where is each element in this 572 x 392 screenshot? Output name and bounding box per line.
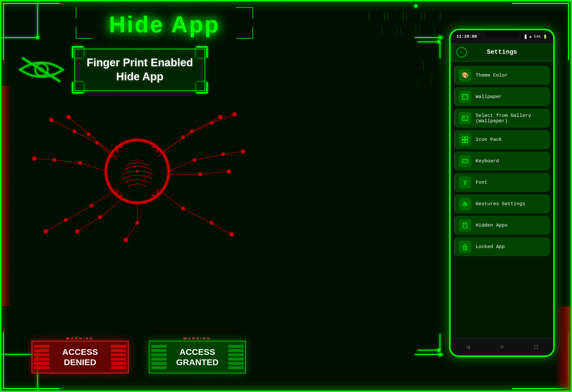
svg-rect-89 xyxy=(466,160,467,161)
svg-line-32 xyxy=(212,114,235,123)
circuit-line-rb2 xyxy=(440,333,440,351)
corner-decoration-tr xyxy=(512,3,569,60)
svg-rect-82 xyxy=(462,137,465,139)
phone-mockup: 11:20:06 ▊ ▲ 54% 🔋 ‹ Settings 🎨 Theme Co… xyxy=(449,29,555,357)
svg-line-62 xyxy=(100,199,123,217)
red-right-accent xyxy=(555,306,572,392)
svg-line-47 xyxy=(200,171,229,174)
svg-rect-90 xyxy=(463,161,467,162)
settings-item-icon-pack[interactable]: Icon Pack xyxy=(454,130,550,149)
circuit-dot-rb1 xyxy=(437,349,440,352)
gallery-icon xyxy=(459,112,471,125)
nav-home-button[interactable]: ○ xyxy=(496,341,508,353)
svg-point-45 xyxy=(241,149,245,153)
svg-point-48 xyxy=(198,173,202,176)
icon-pack-icon xyxy=(459,133,471,146)
settings-list: 🎨 Theme Color Wallpaper xyxy=(451,62,553,260)
settings-label-hidden-apps: Hidden Apps xyxy=(476,223,508,228)
svg-point-64 xyxy=(98,215,102,219)
svg-point-74 xyxy=(136,221,139,225)
status-time: 11:20:06 xyxy=(456,34,477,39)
svg-line-42 xyxy=(223,151,243,154)
svg-point-81 xyxy=(463,117,465,118)
svg-rect-85 xyxy=(465,140,468,143)
settings-label-keyboard: Keyboard xyxy=(476,158,499,164)
warning-label-denied: WARNING xyxy=(66,336,94,341)
back-button[interactable]: ‹ xyxy=(456,47,467,57)
right-border-line xyxy=(571,0,572,392)
settings-item-keyboard[interactable]: Keyboard xyxy=(454,152,550,170)
neural-network-svg xyxy=(29,97,246,246)
settings-item-hidden-apps[interactable]: Hidden Apps xyxy=(454,216,550,235)
top-border-line xyxy=(0,0,572,1)
svg-rect-92 xyxy=(464,224,466,225)
svg-line-40 xyxy=(169,160,194,171)
svg-point-29 xyxy=(67,115,71,119)
settings-label-gestures: Gestures Settings xyxy=(476,201,525,207)
svg-point-70 xyxy=(210,221,213,225)
keyboard-icon xyxy=(459,155,471,167)
svg-point-54 xyxy=(53,158,56,162)
svg-line-31 xyxy=(183,123,212,137)
svg-rect-88 xyxy=(465,160,466,161)
settings-item-theme-color[interactable]: 🎨 Theme Color xyxy=(454,66,550,85)
svg-point-49 xyxy=(227,169,231,173)
feature-label-line2: Hide App xyxy=(87,70,193,84)
settings-item-wallpaper[interactable]: Wallpaper xyxy=(454,87,550,106)
svg-point-76 xyxy=(136,170,138,173)
svg-line-36 xyxy=(160,131,192,154)
svg-point-75 xyxy=(124,238,128,242)
svg-point-23 xyxy=(96,141,99,145)
svg-line-67 xyxy=(183,209,212,223)
hex-decorations-row2 xyxy=(382,23,435,39)
fingerprint-area xyxy=(29,97,246,246)
circuit-dot-2 xyxy=(414,4,418,8)
svg-point-71 xyxy=(230,232,234,236)
circuit-dot-3 xyxy=(438,36,442,39)
svg-line-52 xyxy=(34,159,54,160)
svg-point-43 xyxy=(193,158,196,162)
settings-item-font[interactable]: T Font xyxy=(454,173,550,192)
svg-point-35 xyxy=(233,112,237,116)
settings-item-gestures[interactable]: Gestures Settings xyxy=(454,195,550,213)
svg-line-56 xyxy=(92,189,117,206)
hex-mid-deco xyxy=(423,57,440,74)
svg-line-51 xyxy=(54,160,80,163)
font-icon: T xyxy=(459,176,471,189)
svg-line-27 xyxy=(69,117,89,134)
settings-label-theme-color: Theme Color xyxy=(476,73,508,78)
svg-rect-83 xyxy=(465,137,468,139)
nav-back-button[interactable]: ◁ xyxy=(462,341,474,353)
svg-point-24 xyxy=(73,130,76,133)
svg-line-73 xyxy=(126,223,137,240)
bottom-border-line xyxy=(0,391,572,392)
svg-line-66 xyxy=(157,189,183,209)
settings-label-wallpaper: Wallpaper xyxy=(476,94,502,99)
hex-decorations xyxy=(369,9,440,24)
svg-line-58 xyxy=(46,220,66,231)
settings-item-locked-app[interactable]: Locked App xyxy=(454,237,550,256)
svg-point-65 xyxy=(75,229,79,233)
svg-point-55 xyxy=(32,157,36,161)
svg-rect-87 xyxy=(463,160,464,161)
red-left-accent xyxy=(0,86,11,306)
svg-point-38 xyxy=(190,130,193,133)
warning-label-granted: WARNING xyxy=(183,336,211,341)
denied-text-line2: DENIED xyxy=(62,357,98,367)
svg-line-21 xyxy=(74,131,97,143)
title-container: Hide App xyxy=(14,7,315,39)
settings-label-icon-pack: Icon Pack xyxy=(476,137,502,142)
access-granted-badge: WARNING ACCESS xyxy=(149,341,246,373)
svg-line-68 xyxy=(212,223,232,234)
svg-rect-79 xyxy=(464,96,465,97)
svg-point-59 xyxy=(90,204,93,207)
svg-rect-84 xyxy=(462,140,465,143)
feature-label-line1: Finger Print Enabled xyxy=(87,56,193,70)
feature-header: Finger Print Enabled Hide App xyxy=(17,49,205,91)
hidden-apps-icon xyxy=(459,219,471,232)
svg-line-22 xyxy=(51,120,74,131)
wallpaper-icon xyxy=(459,91,471,103)
settings-item-gallery-wallpaper[interactable]: Select from Gallery (Wallpaper) xyxy=(454,109,550,127)
feature-label-box: Finger Print Enabled Hide App xyxy=(74,49,205,91)
theme-color-icon: 🎨 xyxy=(459,69,471,82)
